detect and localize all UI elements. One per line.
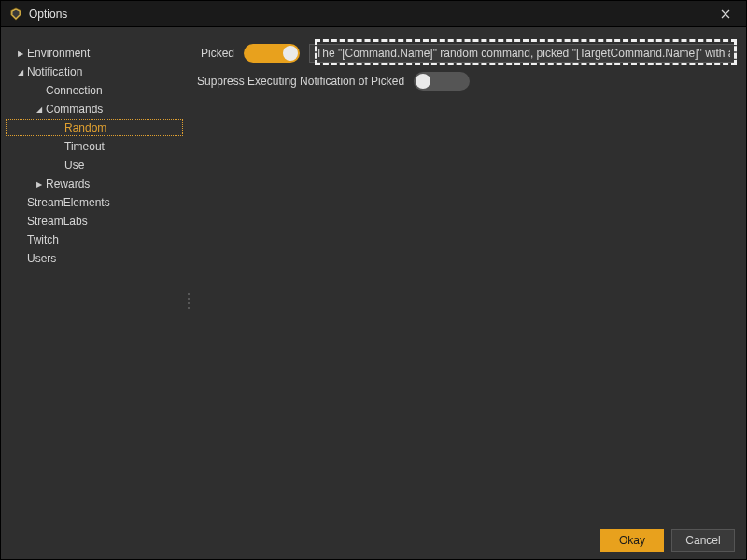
tree-item-label: StreamElements — [27, 196, 110, 209]
tree-item-label: Environment — [27, 47, 90, 60]
tree-item-label: Twitch — [27, 233, 59, 246]
tree-item-notification[interactable]: ◢Notification — [7, 64, 182, 79]
chevron-down-icon: ◢ — [16, 68, 25, 77]
tree-item-users[interactable]: ▶Users — [7, 251, 182, 266]
app-icon — [8, 7, 23, 21]
tree-item-random[interactable]: ▶Random — [7, 120, 182, 135]
suppress-toggle[interactable] — [414, 72, 470, 91]
tree-item-timeout[interactable]: ▶Timeout — [7, 139, 182, 154]
tree-item-label: Users — [27, 252, 56, 265]
picked-toggle[interactable] — [244, 44, 300, 63]
tree-item-label: Timeout — [64, 140, 105, 153]
chevron-right-icon: ▶ — [35, 180, 44, 189]
tree-item-streamlabs[interactable]: ▶StreamLabs — [7, 214, 182, 229]
picked-label: Picked — [197, 47, 234, 60]
suppress-label: Suppress Executing Notification of Picke… — [197, 75, 404, 88]
tree-item-use[interactable]: ▶Use — [7, 158, 182, 173]
tree-item-label: StreamLabs — [27, 215, 88, 228]
close-button[interactable] — [712, 3, 739, 25]
close-icon — [721, 9, 730, 19]
okay-button[interactable]: Okay — [600, 529, 664, 552]
tree-item-label: Commands — [46, 103, 103, 116]
chevron-down-icon: ◢ — [35, 105, 44, 114]
tree-item-commands[interactable]: ◢Commands — [7, 102, 182, 117]
tree-item-environment[interactable]: ▶Environment — [7, 46, 182, 61]
tree-item-label: Use — [64, 159, 84, 172]
tree-item-label: Rewards — [46, 177, 90, 190]
sidebar: ▶Environment◢Notification▶Connection◢Com… — [1, 27, 188, 522]
tree-item-connection[interactable]: ▶Connection — [7, 83, 182, 98]
tree-item-streamelements[interactable]: ▶StreamElements — [7, 195, 182, 210]
footer: Okay Cancel — [1, 522, 746, 559]
tree-item-label: Notification — [27, 65, 82, 78]
chevron-right-icon: ▶ — [16, 49, 25, 58]
picked-row: Picked — [197, 44, 737, 63]
tree-item-twitch[interactable]: ▶Twitch — [7, 232, 182, 247]
options-window: Options ▶Environment◢Notification▶Connec… — [0, 0, 747, 560]
body-area: ▶Environment◢Notification▶Connection◢Com… — [1, 27, 746, 522]
suppress-row: Suppress Executing Notification of Picke… — [197, 72, 737, 91]
title-bar: Options — [1, 1, 746, 27]
window-title: Options — [29, 7, 712, 21]
options-tree[interactable]: ▶Environment◢Notification▶Connection◢Com… — [7, 44, 182, 268]
tree-item-label: Connection — [46, 84, 103, 97]
tree-item-label: Random — [64, 121, 106, 134]
content-panel: Picked Suppress Executing Notification o… — [188, 27, 746, 522]
cancel-button[interactable]: Cancel — [671, 529, 735, 552]
picked-input[interactable] — [309, 44, 737, 63]
tree-item-rewards[interactable]: ▶Rewards — [7, 176, 182, 191]
